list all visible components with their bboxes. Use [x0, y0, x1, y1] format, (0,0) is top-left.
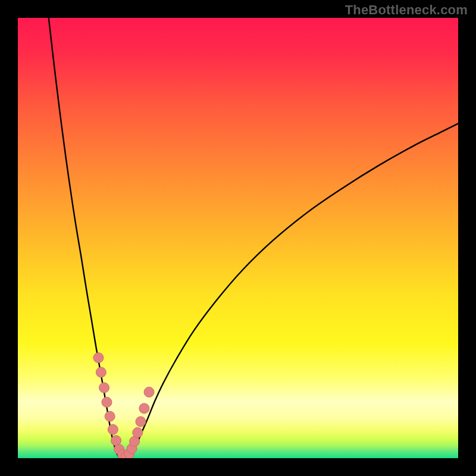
highlight-marker: [133, 428, 143, 438]
highlight-marker: [96, 367, 106, 377]
marker-layer: [18, 18, 458, 458]
highlight-marker: [144, 387, 154, 397]
plot-area: [18, 18, 458, 458]
highlight-marker: [108, 424, 118, 434]
highlight-marker: [99, 383, 109, 393]
highlight-marker: [139, 403, 149, 414]
highlight-marker: [105, 411, 115, 421]
chart-stage: TheBottleneck.com: [0, 0, 476, 476]
highlight-marker: [93, 353, 104, 363]
watermark-text: TheBottleneck.com: [345, 2, 468, 18]
highlight-marker: [136, 416, 146, 427]
highlight-marker: [102, 397, 112, 408]
